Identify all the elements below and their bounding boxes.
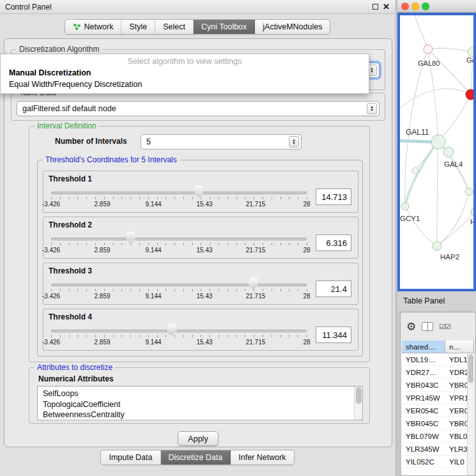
algorithm-option-manual-discretization[interactable]: Manual Discretization [1, 68, 369, 79]
table-scrollbar-thumb[interactable] [468, 355, 473, 383]
slider-tick [69, 197, 70, 199]
apply-button[interactable]: Apply [178, 431, 219, 446]
slider-thumb[interactable] [194, 185, 204, 198]
scrollbar[interactable] [354, 387, 362, 420]
slider-tick [51, 197, 52, 199]
num-intervals-combobox[interactable]: 5 ▲ ▼ [141, 134, 302, 150]
network-node[interactable] [433, 242, 441, 250]
slider-track[interactable] [51, 192, 307, 194]
slider-thumb[interactable] [249, 277, 258, 290]
network-node[interactable] [424, 45, 433, 54]
slider-tick [121, 197, 122, 199]
tab-impute-data[interactable]: Impute Data [101, 450, 160, 464]
network-node[interactable] [471, 208, 473, 217]
table-row[interactable]: YDR27…YDR2 [402, 366, 474, 379]
network-edge[interactable] [405, 142, 437, 206]
combobox-arrows-icon[interactable]: ▲ ▼ [289, 136, 299, 148]
tick-label: 21.715 [246, 339, 266, 346]
gear-icon[interactable]: ⚙ [406, 321, 416, 332]
column-header-shared-[interactable]: shared… [402, 341, 445, 353]
table-row[interactable]: YBR043CYBR0 [402, 379, 474, 392]
slider-tick [157, 289, 158, 291]
network-edge[interactable] [428, 49, 472, 52]
slider-track[interactable] [51, 330, 307, 332]
network-edge[interactable] [437, 192, 469, 246]
tab-network[interactable]: Network [65, 20, 122, 34]
table-data-combobox[interactable]: galFiltered.sif default node ▲ ▼ [17, 101, 380, 116]
cyni-toolbox-panel: Discretization Algorithm ▲ ▼ Table Data … [4, 38, 392, 447]
network-window: GAL80GAGAL11GAL4GCY1HHAP2 [397, 0, 476, 291]
network-node[interactable] [401, 203, 409, 210]
table-row[interactable]: YBR045CYBR0 [402, 417, 474, 430]
network-node[interactable] [412, 167, 418, 174]
network-edge[interactable] [437, 142, 438, 246]
threshold-slider[interactable]: -3.4262.8599.14415.4321.71528 [51, 230, 307, 256]
slider-tick [60, 289, 61, 291]
minimize-traffic-light[interactable] [411, 3, 419, 10]
zoom-traffic-light[interactable] [422, 3, 429, 10]
list-item-betweennesscentrality[interactable]: BetweennessCentrality [38, 410, 362, 420]
threshold-slider[interactable]: -3.4262.8599.14415.4321.71528 [51, 322, 307, 348]
tab-label: Network [84, 22, 114, 31]
tab-jactivemnodules[interactable]: jActiveMNodules [255, 20, 330, 34]
tab-infer-network[interactable]: Infer Network [231, 450, 293, 464]
table-row[interactable]: YBL079WYBL0 [402, 430, 474, 443]
slider-tick [95, 243, 96, 245]
columns-icon[interactable] [422, 322, 433, 331]
network-edge[interactable] [413, 15, 428, 49]
cell-shared-name: YIL052C [402, 456, 445, 468]
tick-label: 2.859 [94, 201, 110, 208]
tab-label: Select [163, 22, 185, 31]
column-header-n-[interactable]: n… [445, 341, 474, 353]
tab-cyni-toolbox[interactable]: Cyni Toolbox [194, 20, 255, 34]
table-row[interactable]: YDL19…YDL1 [402, 353, 474, 366]
slider-thumb[interactable] [126, 231, 135, 244]
threshold-slider[interactable]: -3.4262.8599.14415.4321.71528 [51, 276, 307, 302]
slider-tick [69, 289, 70, 291]
network-edge[interactable] [428, 49, 471, 95]
network-node[interactable] [431, 135, 445, 149]
tab-label: Impute Data [109, 453, 152, 462]
network-node[interactable] [465, 188, 473, 196]
numerical-attributes-list[interactable]: SelfLoopsTopologicalCoefficientBetweenne… [37, 386, 363, 420]
slider-track[interactable] [51, 238, 307, 240]
list-item-selfloops[interactable]: SelfLoops [38, 388, 362, 399]
close-traffic-light[interactable] [401, 3, 409, 10]
tab-style[interactable]: Style [121, 20, 155, 34]
slider-tick [77, 197, 78, 199]
threshold-label: Threshold 3 [49, 266, 353, 276]
table-row[interactable]: YIL052CYIL0 [402, 456, 474, 468]
select-all-icon[interactable]: ☑☑ [439, 323, 450, 331]
table-data-value: galFiltered.sif default node [22, 104, 116, 113]
combobox-arrows-icon[interactable]: ▲ ▼ [367, 103, 377, 114]
network-node[interactable] [466, 89, 473, 100]
network-canvas[interactable]: GAL80GAGAL11GAL4GCY1HHAP2 [397, 13, 476, 291]
tab-select[interactable]: Select [155, 20, 194, 34]
slider-thumb[interactable] [167, 323, 176, 336]
threshold-value[interactable]: 6.316 [316, 234, 351, 251]
slider-tick [130, 197, 131, 199]
float-window-icon[interactable] [372, 4, 378, 10]
network-edge[interactable] [405, 206, 437, 246]
network-edge[interactable] [438, 95, 471, 142]
threshold-value[interactable]: 21.4 [316, 280, 351, 297]
table-row[interactable]: YLR345WYLR3 [402, 443, 474, 456]
threshold-slider[interactable]: -3.4262.8599.14415.4321.71528 [51, 184, 307, 210]
table-scrollbar[interactable] [467, 353, 474, 475]
slider-tick [254, 243, 254, 245]
slider-tick [236, 243, 237, 245]
network-node[interactable] [468, 47, 473, 56]
threshold-value[interactable]: 14.713 [316, 188, 351, 205]
scrollbar-thumb[interactable] [356, 387, 362, 404]
list-item-topologicalcoefficient[interactable]: TopologicalCoefficient [38, 399, 362, 410]
table-row[interactable]: YPR145WYPR1 [402, 392, 474, 404]
threshold-panel-1: Threshold 1-3.4262.8599.14415.4321.71528… [43, 171, 358, 213]
close-icon[interactable]: ✕ [383, 3, 390, 11]
network-node[interactable] [443, 147, 454, 157]
algorithm-option-equal-width-frequency-discretization[interactable]: Equal Width/Frequency Discretization [1, 79, 369, 91]
tab-discretize-data[interactable]: Discretize Data [161, 450, 231, 464]
group-title: Discretization Algorithm [17, 45, 102, 54]
table-row[interactable]: YER054CYER0 [402, 404, 474, 417]
slider-track[interactable] [51, 284, 307, 286]
threshold-value[interactable]: 11.344 [316, 326, 351, 343]
